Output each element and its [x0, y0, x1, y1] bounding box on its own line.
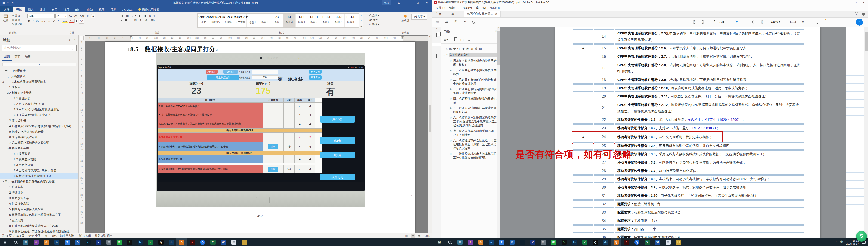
document-search-input[interactable]: 在文档中搜索 ▾	[2, 45, 76, 51]
style-card-标题 3[interactable]: 1.1标题 3	[283, 13, 296, 28]
style-card-标题 5[interactable]: 1.1.1.1标题 5	[308, 13, 320, 28]
bookmark-item[interactable]: ⚐一、社保经办机构出具的本单位职工社会保障资金缴纳证明。	[446, 152, 499, 160]
swirl-app-icon[interactable]: ◐	[517, 238, 528, 246]
font-color-icon[interactable]: A▾	[69, 19, 74, 23]
text-effects-icon[interactable]: A▾	[57, 19, 62, 23]
start-button[interactable]: ⊞	[434, 238, 444, 246]
font-family-combo[interactable]: 宋体▾	[27, 14, 55, 18]
find-button[interactable]: 查找 ▾	[368, 13, 393, 18]
nav-heading-item[interactable]: 8.1 按压数据	[0, 151, 79, 156]
menu-文件(F)[interactable]: 文件(F)	[436, 6, 445, 10]
acrobat-reader-icon[interactable]: A	[621, 238, 632, 246]
save-icon[interactable]: ▦	[436, 20, 439, 24]
strikethrough-icon[interactable]: abc	[40, 20, 46, 23]
nav-heading-item[interactable]: 5 制造商售后服务人员配置	[0, 207, 79, 212]
style-card-正文[interactable]: AaBbCcDd正文	[197, 13, 210, 28]
nav-heading-item[interactable]: ◢四、 技术服务和售后服务的内容及措施	[0, 179, 79, 184]
file-explorer-icon[interactable]: ❏	[673, 238, 684, 246]
wechat-icon[interactable]: 微	[114, 238, 124, 246]
a-student-field[interactable]	[252, 70, 278, 74]
bookmark-item[interactable]: ⚐四、承诺有依法缴纳税收的良好记录	[446, 97, 499, 105]
ribbon-tab-Acrobat[interactable]: Acrobat	[119, 7, 135, 13]
word-count[interactable]: 9494 个字	[28, 234, 40, 238]
o-app-icon[interactable]: O	[72, 238, 83, 246]
nav-heading-item[interactable]: 8.5 数据接收/主客观同屏打分	[0, 173, 79, 179]
tab-close-icon[interactable]: ✕	[495, 12, 497, 15]
bookmarks-panel-icon[interactable]	[432, 43, 441, 46]
nav-heading-item[interactable]: 2 培训计划	[0, 190, 79, 196]
menu-编辑(E)[interactable]: 编辑(E)	[449, 6, 458, 10]
comment-icon[interactable]	[816, 19, 816, 23]
copy-button[interactable]: ▥ 复制	[11, 18, 23, 22]
ribbon-tab-布局[interactable]: 布局	[49, 7, 60, 13]
ribbon-tab-插入[interactable]: 插入	[25, 7, 37, 13]
grow-font-icon[interactable]: A▴	[68, 14, 73, 18]
read-mode-icon[interactable]: ▥	[405, 234, 408, 238]
char-border-icon[interactable]: A	[91, 14, 95, 18]
bookmark-item[interactable]: ∨⚐竞争性磋商文件	[442, 53, 499, 57]
deduct-button-减0.5分[interactable]: 减0.5分	[320, 116, 355, 122]
indent-marker[interactable]	[130, 36, 132, 38]
paragraph-icon[interactable]: ◍▾	[144, 18, 150, 22]
notification-bell-icon[interactable]	[862, 13, 865, 15]
paragraph-icon[interactable]: ☰	[129, 18, 133, 22]
ribbon-display-icon[interactable]: ⊡	[395, 1, 404, 4]
ribbon-tab-开始[interactable]: 开始	[13, 7, 25, 13]
print-icon[interactable]: ⎘	[454, 20, 457, 24]
zoom-in-icon[interactable]: +	[761, 20, 763, 24]
save-icon[interactable]: ▦	[2, 1, 5, 4]
dots-app-icon[interactable]: ∴	[486, 238, 496, 246]
o-app-icon[interactable]: O	[507, 238, 517, 246]
t-app-icon[interactable]: T	[62, 238, 72, 246]
nav-heading-item[interactable]: 5 精准CPR培训与临床兼得	[0, 129, 79, 134]
nav-heading-item[interactable]: 8.3 自定义分值	[0, 162, 79, 168]
camera-icon[interactable]: ◎	[475, 238, 486, 246]
highlight-color-icon[interactable]: ab▾	[62, 19, 68, 23]
ribbon-tab-设计[interactable]: 设计	[37, 7, 49, 13]
acrobat-reader-icon[interactable]: A	[187, 238, 197, 246]
style-card-正文文本[interactable]: AaBbCcDd正文文本	[234, 13, 247, 28]
nav-heading-item[interactable]: 7 应急预案	[0, 218, 79, 223]
nav-heading-item[interactable]: 8.2 集中显示功能	[0, 156, 79, 162]
nav-close-icon[interactable]: ✕	[73, 39, 75, 42]
deduct-button-提交打分[interactable]: 提交打分	[320, 174, 355, 180]
tab-document[interactable]: 购置心肺复苏定量... ✕	[464, 11, 501, 17]
paragraph-icon[interactable]: ◧	[138, 14, 142, 18]
select-tool-icon[interactable]: ➤	[735, 20, 738, 24]
a-press-button[interactable]: A角按压	[206, 70, 218, 74]
style-card-标题[interactable]: Aa标题	[271, 13, 283, 28]
deduct-button-减2分[interactable]: 减2分	[320, 152, 355, 159]
menu-帮助(H)[interactable]: 帮助(H)	[490, 6, 500, 10]
bold-icon[interactable]: B	[27, 20, 31, 23]
timer-button[interactable]: 计时	[268, 167, 278, 172]
web-layout-icon[interactable]: ▦	[418, 234, 421, 238]
nav-heading-item[interactable]: 2.1 营业执照	[0, 96, 79, 101]
green-check-app-icon[interactable]: ✓	[580, 238, 590, 246]
ribbon-tab-帮助[interactable]: 帮助	[107, 7, 119, 13]
notepad-icon[interactable]: ▤	[663, 238, 673, 246]
styles-gallery-scroll[interactable]: ▴▾☰	[359, 13, 363, 28]
printer-icon[interactable]: ▤	[104, 238, 114, 246]
paragraph-icon[interactable]: ⋮≡▾	[130, 14, 137, 18]
bookmark-item[interactable]: ›⚐八、承诺通过下列合法渠道，可查证在投标截止日期前一至七款承诺信息真实有效。	[446, 139, 499, 150]
bookmark-item[interactable]: ⚐六、承诺参加本次政府采购活动前三年内,在经营活动中没有重大违法记录(处罚期限已…	[446, 116, 499, 128]
nav-heading-item[interactable]: 3 使用说明书	[0, 118, 79, 124]
page-thumbnails-icon[interactable]	[432, 33, 441, 37]
printer-icon[interactable]: ▤	[538, 238, 548, 246]
subscript-icon[interactable]: x₂	[47, 20, 51, 23]
excel-icon[interactable]: X	[208, 238, 218, 246]
ribbon-tab-审阅[interactable]: 审阅	[84, 7, 96, 13]
taskbar-search-icon[interactable]	[10, 238, 20, 246]
collapse-all-bar[interactable]: ▴	[2, 63, 76, 66]
scrolling-mode-icon[interactable]: ⇟	[801, 20, 804, 24]
indent-marker-right[interactable]	[401, 36, 404, 38]
marker-app-icon[interactable]: ✎	[124, 238, 135, 246]
paragraph-icon[interactable]: ▦▾	[150, 18, 156, 22]
acrobat-scrollbar[interactable]: ▴▾	[864, 27, 868, 238]
excel-icon[interactable]: X	[642, 238, 652, 246]
deduct-button-减1分[interactable]: 减1分	[320, 137, 355, 144]
bookmark-item[interactable]: ⚐黑龙江省政府采购	[442, 47, 499, 51]
ribbon-tab-视图[interactable]: 视图	[96, 7, 107, 13]
nav-heading-item[interactable]: 9 质量保证措施、安全保证措施及供货期限保证...	[0, 229, 79, 233]
font-size-combo[interactable]: 小三▾	[55, 14, 67, 18]
